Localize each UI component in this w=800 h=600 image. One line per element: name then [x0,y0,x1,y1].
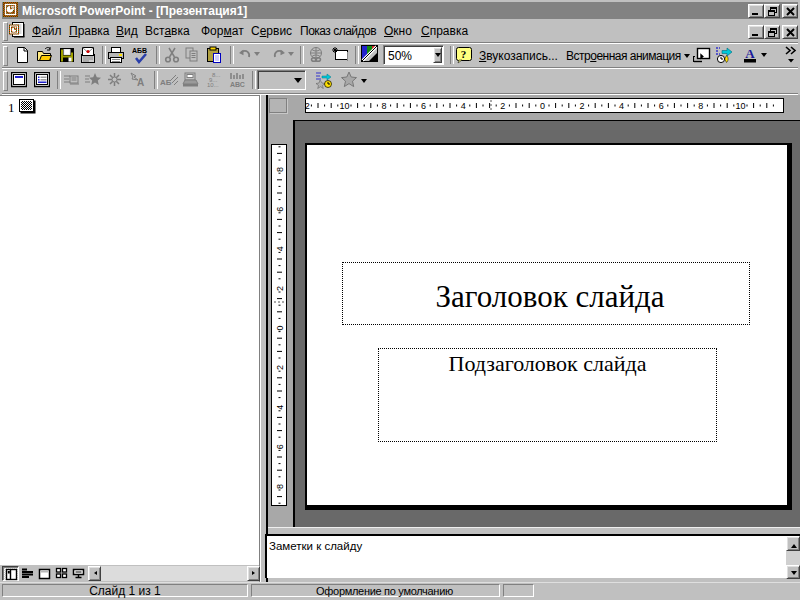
svg-text:10...: 10... [207,82,219,88]
svg-text:АБВ: АБВ [132,47,147,54]
svg-text:10: 10 [339,101,349,111]
svg-text:АБ: АБ [160,78,172,87]
svg-text:A: A [745,46,755,61]
svg-text:6: 6 [275,444,285,449]
svg-text:?: ? [461,48,467,60]
svg-text:8: 8 [381,101,386,111]
svg-text:2: 2 [275,286,285,291]
svg-text:6: 6 [421,101,426,111]
svg-text:8: 8 [275,167,285,172]
svg-text:8: 8 [275,484,285,489]
svg-text:2: 2 [579,101,584,111]
svg-text:4: 4 [619,101,624,111]
svg-text:12: 12 [306,101,310,111]
svg-text:6: 6 [659,101,664,111]
svg-text:8: 8 [698,101,703,111]
svg-text:2: 2 [275,365,285,370]
svg-text:4: 4 [275,246,285,251]
svg-text:0: 0 [275,325,285,330]
svg-text:4: 4 [461,101,466,111]
svg-text:4: 4 [275,405,285,410]
svg-text:10: 10 [735,101,745,111]
svg-text:0: 0 [540,101,545,111]
svg-text:2: 2 [500,101,505,111]
svg-text:A: A [137,77,144,88]
svg-text:АВС: АВС [230,81,245,88]
svg-text:6: 6 [275,207,285,212]
